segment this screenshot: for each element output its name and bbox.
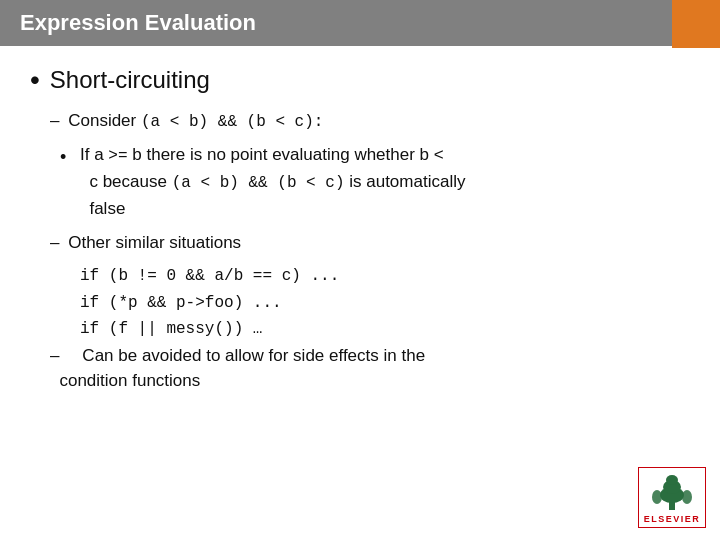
main-content: • Short-circuiting – Consider (a < b) &&… [0, 46, 720, 422]
code-line-1: if (b != 0 && a/b == c) ... [80, 263, 690, 289]
dash-symbol-3: – [50, 346, 74, 365]
elsevier-label: ELSEVIER [644, 514, 701, 524]
title-bar: Expression Evaluation [0, 0, 720, 46]
main-bullet-item: • Short-circuiting [30, 66, 690, 94]
dash-item-avoid: – Can be avoided to allow for side effec… [50, 343, 690, 394]
main-bullet-label: Short-circuiting [50, 66, 210, 94]
elsevier-logo: ELSEVIER [636, 468, 708, 528]
dash-symbol-2: – [50, 233, 59, 252]
orange-bar [672, 0, 720, 48]
code-line-3: if (f || messy()) … [80, 316, 690, 342]
dash-symbol: – [50, 111, 59, 130]
elsevier-box: ELSEVIER [638, 467, 707, 528]
if-text: If a >= b there is no point evaluating w… [80, 145, 465, 218]
code-block: if (b != 0 && a/b == c) ... if (*p && p-… [80, 263, 690, 342]
inner-dot: • [60, 144, 66, 172]
other-text: Other similar situations [68, 233, 241, 252]
inner-bullet-if: • If a >= b there is no point evaluating… [80, 142, 690, 222]
elsevier-tree-icon [647, 472, 697, 512]
dash-item-other: – Other similar situations [50, 230, 690, 256]
code-line-2: if (*p && p->foo) ... [80, 290, 690, 316]
sub-list: – Consider (a < b) && (b < c): • If a >=… [50, 108, 690, 394]
svg-point-3 [666, 475, 678, 485]
svg-point-5 [682, 490, 692, 504]
avoid-text: Can be avoided to allow for side effects… [50, 346, 425, 391]
svg-point-4 [652, 490, 662, 504]
consider-text: Consider (a < b) && (b < c): [68, 111, 323, 130]
dash-item-consider: – Consider (a < b) && (b < c): [50, 108, 690, 134]
bullet-dot: • [30, 66, 40, 94]
page-title: Expression Evaluation [20, 10, 700, 36]
